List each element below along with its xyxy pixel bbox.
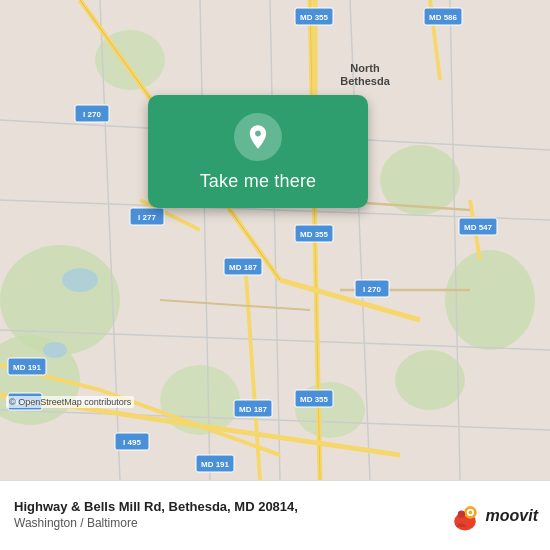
address-line2: Washington / Baltimore [14, 516, 298, 532]
svg-text:MD 547: MD 547 [464, 223, 493, 232]
svg-text:MD 191: MD 191 [13, 363, 42, 372]
svg-point-71 [468, 510, 472, 514]
svg-point-9 [62, 268, 98, 292]
moovit-logo: moovit [447, 498, 538, 534]
popup-overlay: Take me there [148, 95, 368, 208]
svg-text:MD 355: MD 355 [300, 395, 329, 404]
svg-text:I 495: I 495 [123, 438, 141, 447]
svg-text:MD 355: MD 355 [300, 13, 329, 22]
address-block: Highway & Bells Mill Rd, Bethesda, MD 20… [14, 499, 298, 531]
svg-point-4 [445, 250, 535, 350]
svg-text:I 270: I 270 [363, 285, 381, 294]
svg-text:MD 355: MD 355 [300, 230, 329, 239]
svg-text:MD 191: MD 191 [201, 460, 230, 469]
svg-text:Bethesda: Bethesda [340, 75, 390, 87]
svg-text:I 270: I 270 [83, 110, 101, 119]
bottom-bar: Highway & Bells Mill Rd, Bethesda, MD 20… [0, 480, 550, 550]
svg-text:MD 187: MD 187 [239, 405, 268, 414]
svg-text:MD 187: MD 187 [229, 263, 258, 272]
moovit-text: moovit [486, 507, 538, 525]
svg-point-10 [43, 342, 67, 358]
svg-text:I 277: I 277 [138, 213, 156, 222]
location-pin-icon [234, 113, 282, 161]
svg-text:MD 586: MD 586 [429, 13, 458, 22]
take-me-there-button[interactable]: Take me there [200, 171, 317, 192]
map-container: I 270 I 277 I 270 MD 355 MD 355 MD 355 M… [0, 0, 550, 480]
map-attribution: © OpenStreetMap contributors [6, 396, 134, 408]
svg-text:North: North [350, 62, 380, 74]
address-line1: Highway & Bells Mill Rd, Bethesda, MD 20… [14, 499, 298, 516]
svg-point-72 [457, 510, 464, 517]
svg-point-5 [395, 350, 465, 410]
